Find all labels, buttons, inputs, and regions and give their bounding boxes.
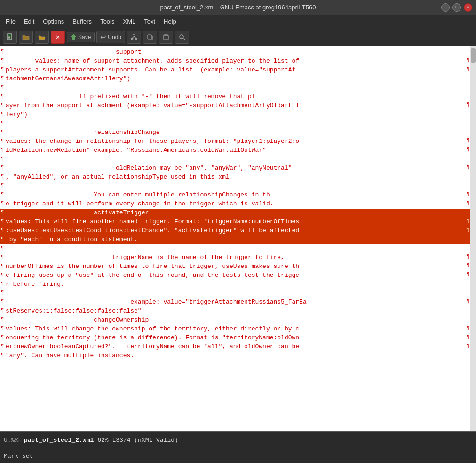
svg-point-7: [135, 38, 137, 40]
svg-line-16: [183, 38, 185, 40]
undo-label: Undo: [108, 34, 121, 40]
close-button[interactable]: ×: [464, 3, 472, 12]
line-text: values: name of support attachment, adds…: [5, 57, 476, 66]
line-gutter: ¶: [0, 271, 5, 280]
line-text: stReserves:1:false:false:false:false": [5, 307, 476, 316]
line-text: ayer from the support attachment (exampl…: [5, 102, 476, 110]
line-gutter: ¶: [0, 280, 5, 289]
line-text: [5, 119, 476, 128]
line-wrap-marker: ¶: [467, 146, 469, 153]
editor-line: ¶"any". Can have multiple instances.: [0, 352, 476, 361]
line-gutter: ¶: [0, 343, 5, 352]
cut-button[interactable]: [127, 31, 141, 44]
line-text: [5, 244, 476, 253]
editor-line: ¶: [0, 182, 476, 191]
menu-bar: File Edit Options Buffers Tools XML Text…: [0, 15, 476, 28]
open-file-button[interactable]: [19, 31, 33, 44]
copy-button[interactable]: [143, 31, 157, 44]
editor-line: ¶values: This will change the ownership …: [0, 325, 476, 334]
new-file-button[interactable]: [3, 31, 17, 44]
line-gutter: ¶: [0, 262, 5, 271]
line-text: [5, 289, 476, 298]
line-text: numberOfTimes is the number of times to …: [5, 262, 476, 271]
undo-button[interactable]: ↩ Undo: [96, 31, 125, 43]
line-gutter: ¶: [0, 57, 5, 66]
title-bar: pact_of_steel_2.xml - GNU Emacs at greg1…: [0, 0, 476, 15]
window-controls[interactable]: − □ ×: [441, 3, 472, 12]
minibuffer-text: Mark set: [4, 453, 33, 460]
maximize-button[interactable]: □: [452, 3, 461, 12]
editor-line: ¶e firing uses up a "use" at the end of …: [0, 271, 476, 280]
menu-options[interactable]: Options: [39, 16, 68, 26]
open-folder-button[interactable]: [35, 31, 49, 44]
line-wrap-marker: ¶: [467, 66, 469, 73]
save-button[interactable]: Save: [67, 32, 95, 42]
line-gutter: ¶: [0, 227, 5, 235]
editor-line: ¶lery"): [0, 110, 476, 119]
editor-line: ¶values: This will fire another named tr…: [0, 218, 476, 227]
line-gutter: ¶: [0, 66, 5, 75]
line-gutter: ¶: [0, 218, 5, 227]
menu-help[interactable]: Help: [160, 16, 180, 26]
line-text: values: This will fire another named tri…: [5, 218, 476, 227]
editor-line: ¶ You can enter multiple relationshipCha…: [0, 191, 476, 200]
line-text: by "each" in a condition statement.: [5, 235, 476, 244]
line-gutter: ¶: [0, 334, 5, 343]
editor-line: ¶numberOfTimes is the number of times to…: [0, 262, 476, 271]
line-gutter: ¶: [0, 155, 5, 164]
svg-rect-14: [165, 34, 167, 36]
line-text: lery"): [5, 110, 476, 119]
status-mode: U:%%-: [4, 437, 22, 444]
editor-line: ¶er:newOwner:booleanCaptured?". territor…: [0, 343, 476, 352]
paste-button[interactable]: [159, 31, 173, 44]
line-gutter: ¶: [0, 325, 5, 334]
line-gutter: ¶: [0, 119, 5, 128]
svg-rect-12: [148, 35, 151, 39]
search-button[interactable]: [175, 31, 189, 44]
line-text: er:newOwner:booleanCaptured?". territory…: [5, 343, 476, 352]
line-gutter: ¶: [0, 173, 5, 182]
editor-line: ¶ example: value="triggerAttachmentRussi…: [0, 298, 476, 307]
minimize-button[interactable]: −: [441, 3, 450, 12]
line-text: players a supportAttachment supports. Ca…: [5, 66, 476, 75]
line-text: If prefixed with "-" then it will remove…: [5, 93, 476, 102]
editor-line: ¶: [0, 155, 476, 164]
svg-point-15: [180, 35, 183, 39]
menu-file[interactable]: File: [2, 16, 19, 26]
line-gutter: ¶: [0, 182, 5, 191]
line-wrap-marker: ¶: [467, 57, 469, 64]
line-gutter: ¶: [0, 75, 5, 84]
line-gutter: ¶: [0, 235, 5, 244]
scrollbar-thumb[interactable]: [471, 48, 476, 63]
menu-tools[interactable]: Tools: [96, 16, 118, 26]
line-text: values: the change in relationship for t…: [5, 137, 476, 146]
line-text: "any". Can have multiple instances.: [5, 352, 476, 361]
line-text: e trigger and it will perform every chan…: [5, 200, 476, 209]
line-text: support: [5, 48, 476, 57]
editor-line: ¶ values: name of support attachment, ad…: [0, 57, 476, 66]
line-wrap-marker: ¶: [467, 343, 469, 350]
line-wrap-marker: ¶: [467, 253, 469, 260]
close-buffer-button[interactable]: ✕: [51, 31, 65, 44]
editor-content: ¶ support¶ values: name of support attac…: [0, 46, 476, 362]
line-text: oldRelation may be "any", "anyWar", "any…: [5, 164, 476, 173]
editor-line: ¶ relationshipChange: [0, 128, 476, 137]
editor-line: ¶: [0, 84, 476, 93]
status-position: 62% L3374 (nXML Valid): [97, 437, 178, 444]
line-wrap-marker: ¶: [467, 325, 469, 332]
toolbar: ✕ Save ↩ Undo: [0, 28, 476, 46]
menu-text[interactable]: Text: [140, 16, 159, 26]
menu-buffers[interactable]: Buffers: [69, 16, 95, 26]
menu-edit[interactable]: Edit: [20, 16, 38, 26]
line-text: You can enter multiple relationshipChang…: [5, 191, 476, 200]
line-text: [5, 155, 476, 164]
editor-line: ¶r before firing.: [0, 280, 476, 289]
save-label: Save: [78, 34, 91, 40]
svg-line-8: [132, 36, 134, 38]
menu-xml[interactable]: XML: [119, 16, 139, 26]
line-gutter: ¶: [0, 110, 5, 119]
editor-line: ¶values: the change in relationship for …: [0, 137, 476, 146]
scrollbar[interactable]: [470, 46, 476, 431]
line-wrap-marker: ¶: [467, 262, 469, 269]
editor[interactable]: ¶ support¶ values: name of support attac…: [0, 46, 476, 431]
